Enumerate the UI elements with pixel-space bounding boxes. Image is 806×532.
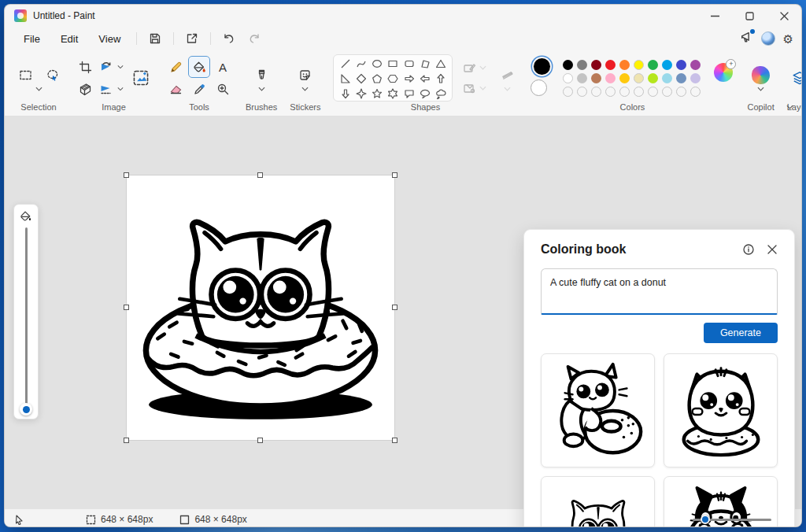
shape-callout-rectangle-icon[interactable]: [401, 86, 417, 101]
shape-rectangle-icon[interactable]: [385, 56, 401, 71]
settings-gear-icon[interactable]: ⚙: [783, 33, 793, 45]
palette-swatch[interactable]: [634, 60, 644, 70]
menu-edit[interactable]: Edit: [51, 30, 87, 48]
shape-arrow-right-icon[interactable]: [401, 71, 417, 86]
palette-swatch-empty[interactable]: [662, 87, 672, 97]
maximize-button[interactable]: [732, 5, 767, 27]
selection-handle-s[interactable]: [257, 438, 263, 443]
shape-star-five-icon[interactable]: [369, 86, 385, 101]
palette-swatch[interactable]: [648, 73, 658, 83]
palette-swatch[interactable]: [662, 73, 672, 83]
selection-handle-se[interactable]: [392, 438, 397, 443]
palette-swatch-empty[interactable]: [605, 87, 616, 97]
shape-outline-chevron[interactable]: [479, 65, 486, 70]
flip-button[interactable]: [97, 79, 115, 99]
eyedropper-tool-button[interactable]: [189, 79, 209, 99]
shape-lightning-icon[interactable]: [353, 101, 369, 102]
copilot-dropdown-chevron[interactable]: [757, 87, 764, 91]
palette-swatch[interactable]: [662, 60, 672, 70]
panel-close-icon[interactable]: [767, 244, 778, 255]
zoom-slider-thumb[interactable]: [701, 515, 710, 524]
ribbon-collapse-chevron[interactable]: [786, 105, 793, 109]
rotate-dropdown-chevron[interactable]: [117, 65, 124, 69]
magnifier-tool-button[interactable]: [213, 79, 233, 99]
canvas[interactable]: [127, 175, 394, 440]
selection-handle-ne[interactable]: [392, 172, 397, 178]
share-button[interactable]: [180, 29, 204, 48]
shape-callout-oval-icon[interactable]: [417, 86, 433, 101]
redo-button[interactable]: [242, 29, 266, 48]
fill-tool-button[interactable]: [189, 57, 209, 77]
copilot-button[interactable]: [751, 65, 771, 85]
palette-swatch-empty[interactable]: [676, 87, 686, 97]
shape-arrow-up-icon[interactable]: [433, 71, 449, 86]
shape-diamond-icon[interactable]: [353, 71, 369, 86]
stickers-dropdown-chevron[interactable]: [301, 87, 309, 91]
shape-star-four-icon[interactable]: [353, 86, 369, 101]
palette-swatch[interactable]: [577, 73, 587, 83]
palette-swatch-empty[interactable]: [648, 87, 658, 97]
free-select-button[interactable]: [42, 65, 62, 85]
selection-dropdown-chevron[interactable]: [35, 87, 43, 91]
palette-swatch-empty[interactable]: [634, 87, 644, 97]
palette-swatch[interactable]: [690, 60, 701, 70]
tolerance-slider-track[interactable]: [25, 227, 28, 412]
palette-swatch[interactable]: [690, 73, 701, 83]
info-icon[interactable]: [743, 244, 754, 255]
pencil-tool-button[interactable]: [165, 57, 186, 77]
shape-arrow-down-icon[interactable]: [337, 86, 353, 101]
result-thumbnail-1[interactable]: [541, 353, 655, 467]
palette-swatch[interactable]: [648, 60, 658, 70]
palette-swatch[interactable]: [563, 60, 573, 70]
shape-pentagon-icon[interactable]: [369, 71, 385, 86]
layers-button[interactable]: [789, 68, 802, 88]
announcements-icon[interactable]: [740, 31, 753, 47]
shape-polygon-icon[interactable]: [417, 56, 433, 71]
minimize-button[interactable]: [697, 5, 732, 27]
flip-dropdown-chevron[interactable]: [117, 87, 124, 91]
rectangle-select-button[interactable]: [15, 65, 35, 85]
palette-swatch-empty[interactable]: [690, 87, 701, 97]
palette-swatch[interactable]: [676, 73, 686, 83]
rotate-button[interactable]: [97, 57, 115, 77]
shape-curve-icon[interactable]: [353, 56, 369, 71]
shape-line-icon[interactable]: [337, 56, 353, 71]
palette-swatch[interactable]: [634, 73, 644, 83]
menu-file[interactable]: File: [14, 30, 50, 48]
text-tool-button[interactable]: A: [213, 57, 233, 77]
palette-swatch[interactable]: [605, 60, 616, 70]
shape-heart-icon[interactable]: [337, 101, 353, 102]
shape-rounded-rectangle-icon[interactable]: [401, 56, 417, 71]
shape-outline-button[interactable]: [461, 60, 477, 76]
selection-handle-e[interactable]: [392, 305, 397, 310]
generate-button[interactable]: Generate: [704, 323, 778, 343]
brushes-dropdown-chevron[interactable]: [258, 87, 265, 91]
selection-handle-w[interactable]: [124, 305, 129, 310]
palette-swatch[interactable]: [563, 73, 573, 83]
palette-swatch[interactable]: [577, 60, 587, 70]
shape-right-triangle-icon[interactable]: [337, 71, 353, 86]
shape-fill-button[interactable]: [461, 80, 477, 96]
shape-star-six-icon[interactable]: [385, 86, 401, 101]
edit-colors-button[interactable]: [714, 63, 733, 82]
shape-triangle-icon[interactable]: [433, 56, 449, 71]
save-button[interactable]: [143, 29, 167, 48]
crop-button[interactable]: [75, 57, 95, 77]
palette-swatch-empty[interactable]: [577, 87, 587, 97]
eraser-tool-button[interactable]: [165, 79, 186, 99]
stroke-size-button[interactable]: [497, 65, 517, 85]
tolerance-slider-thumb[interactable]: [20, 403, 32, 416]
account-avatar[interactable]: [761, 31, 775, 46]
image-options-button[interactable]: [129, 66, 153, 90]
shape-arrow-left-icon[interactable]: [417, 71, 433, 86]
resize-skew-button[interactable]: [75, 79, 95, 99]
stickers-button[interactable]: [295, 65, 316, 85]
palette-swatch[interactable]: [676, 60, 686, 70]
palette-swatch[interactable]: [605, 73, 616, 83]
palette-swatch-empty[interactable]: [619, 87, 630, 97]
stroke-size-chevron[interactable]: [504, 87, 511, 91]
palette-swatch-empty[interactable]: [563, 87, 573, 97]
primary-color-swatch[interactable]: [534, 58, 550, 75]
palette-swatch[interactable]: [619, 60, 630, 70]
selection-handle-nw[interactable]: [124, 172, 129, 178]
